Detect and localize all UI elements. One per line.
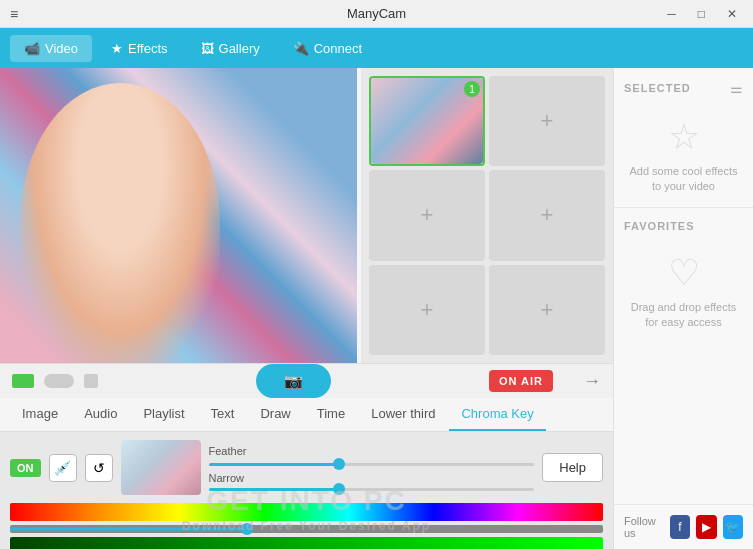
add-source-icon-5: + bbox=[421, 297, 434, 323]
window-controls: ─ □ ✕ bbox=[661, 5, 743, 23]
app-title: ManyCam bbox=[347, 6, 406, 21]
narrow-slider-thumb[interactable] bbox=[333, 483, 345, 495]
heart-icon: ♡ bbox=[668, 252, 700, 294]
selected-section: SELECTED ⚌ ☆ Add some cool effects to yo… bbox=[614, 68, 753, 208]
feather-label: Feather bbox=[209, 445, 535, 457]
nav-label-video: Video bbox=[45, 41, 78, 56]
reset-icon: ↺ bbox=[93, 460, 105, 476]
tab-playlist[interactable]: Playlist bbox=[131, 398, 196, 431]
record-oval-button[interactable] bbox=[44, 374, 74, 388]
source-slot-1[interactable]: 1 bbox=[369, 76, 485, 166]
video-nav-icon: 📹 bbox=[24, 41, 40, 56]
add-source-icon-4: + bbox=[541, 202, 554, 228]
facebook-icon[interactable]: f bbox=[670, 515, 690, 539]
video-preview bbox=[0, 68, 357, 363]
maximize-button[interactable]: □ bbox=[692, 5, 711, 23]
follow-us-row: Follow us f ▶ 🐦 bbox=[614, 505, 753, 549]
rainbow-color-bar[interactable] bbox=[10, 503, 603, 521]
source-slot-2[interactable]: + bbox=[489, 76, 605, 166]
narrow-slider-container bbox=[209, 488, 535, 491]
favorites-section: FAVORITES ♡ Drag and drop effects for ea… bbox=[614, 208, 753, 505]
nav-label-gallery: Gallery bbox=[219, 41, 260, 56]
twitter-icon[interactable]: 🐦 bbox=[723, 515, 743, 539]
minimize-button[interactable]: ─ bbox=[661, 5, 682, 23]
eyedropper-button[interactable]: 💉 bbox=[49, 454, 77, 482]
tab-draw[interactable]: Draw bbox=[248, 398, 302, 431]
nav-item-gallery[interactable]: 🖼 Gallery bbox=[187, 35, 274, 62]
color-bars bbox=[10, 503, 603, 549]
youtube-icon[interactable]: ▶ bbox=[696, 515, 716, 539]
nav-item-video[interactable]: 📹 Video bbox=[10, 35, 92, 62]
titlebar: ≡ ManyCam ─ □ ✕ bbox=[0, 0, 753, 28]
filter-icon[interactable]: ⚌ bbox=[730, 80, 743, 96]
titlebar-left: ≡ bbox=[10, 6, 18, 22]
sources-panel: 1 + + + + + bbox=[361, 68, 613, 363]
close-button[interactable]: ✕ bbox=[721, 5, 743, 23]
source-slot-6[interactable]: + bbox=[489, 265, 605, 355]
record-square-button[interactable] bbox=[84, 374, 98, 388]
tab-image[interactable]: Image bbox=[10, 398, 70, 431]
narrow-slider[interactable] bbox=[209, 488, 535, 491]
nav-item-effects[interactable]: ★ Effects bbox=[97, 35, 182, 62]
gray-bar bbox=[10, 525, 603, 533]
favorites-empty-text: Drag and drop effects for easy access bbox=[624, 300, 743, 331]
nav-label-connect: Connect bbox=[314, 41, 362, 56]
record-button[interactable] bbox=[12, 374, 34, 388]
selected-section-title: SELECTED bbox=[624, 82, 691, 94]
star-icon: ☆ bbox=[668, 116, 700, 158]
effects-nav-icon: ★ bbox=[111, 41, 123, 56]
chroma-on-button[interactable]: ON bbox=[10, 459, 41, 477]
nav-item-connect[interactable]: 🔌 Connect bbox=[279, 35, 376, 62]
follow-us-label: Follow us bbox=[624, 515, 664, 539]
menu-icon[interactable]: ≡ bbox=[10, 6, 18, 22]
chroma-controls: ON 💉 ↺ Fea bbox=[10, 440, 603, 495]
forward-arrow-icon: → bbox=[583, 371, 601, 392]
chroma-key-panel: ON 💉 ↺ Fea bbox=[0, 432, 613, 549]
tab-time[interactable]: Time bbox=[305, 398, 357, 431]
source-slot-3[interactable]: + bbox=[369, 170, 485, 260]
right-panel: SELECTED ⚌ ☆ Add some cool effects to yo… bbox=[613, 68, 753, 549]
feather-slider-container bbox=[209, 463, 535, 466]
source-slot-4[interactable]: + bbox=[489, 170, 605, 260]
camera-button-icon: 📷 bbox=[284, 372, 303, 390]
add-source-icon-2: + bbox=[541, 108, 554, 134]
tabs-row: Image Audio Playlist Text Draw Time Lowe… bbox=[0, 398, 613, 432]
help-button[interactable]: Help bbox=[542, 453, 603, 482]
feather-slider-thumb[interactable] bbox=[333, 458, 345, 470]
tab-audio[interactable]: Audio bbox=[72, 398, 129, 431]
favorites-section-header: FAVORITES bbox=[624, 220, 743, 232]
green-bar[interactable] bbox=[10, 537, 603, 549]
person-silhouette bbox=[20, 83, 220, 363]
favorites-section-title: FAVORITES bbox=[624, 220, 695, 232]
source-slot-5[interactable]: + bbox=[369, 265, 485, 355]
source-slot-number-1: 1 bbox=[464, 81, 480, 97]
chroma-preview-thumbnail bbox=[121, 440, 201, 495]
main-area: 1 + + + + + bbox=[0, 68, 753, 549]
gallery-nav-icon: 🖼 bbox=[201, 41, 214, 56]
tab-chroma-key[interactable]: Chroma Key bbox=[449, 398, 545, 431]
selected-empty-text: Add some cool effects to your video bbox=[624, 164, 743, 195]
navbar: 📹 Video ★ Effects 🖼 Gallery 🔌 Connect bbox=[0, 28, 753, 68]
tab-lower-third[interactable]: Lower third bbox=[359, 398, 447, 431]
video-sources-row: 1 + + + + + bbox=[0, 68, 613, 363]
selected-section-header: SELECTED ⚌ bbox=[624, 80, 743, 96]
eyedropper-icon: 💉 bbox=[54, 460, 71, 476]
reset-button[interactable]: ↺ bbox=[85, 454, 113, 482]
onair-button[interactable]: ON AIR bbox=[489, 370, 553, 392]
chroma-sliders: Feather Narrow bbox=[209, 445, 535, 491]
left-content: 1 + + + + + bbox=[0, 68, 613, 549]
nav-label-effects: Effects bbox=[128, 41, 168, 56]
controls-bar: 📷 ON AIR → bbox=[0, 363, 613, 398]
feather-slider[interactable] bbox=[209, 463, 535, 466]
add-source-icon-6: + bbox=[541, 297, 554, 323]
camera-toggle-button[interactable]: 📷 bbox=[256, 364, 331, 398]
connect-nav-icon: 🔌 bbox=[293, 41, 309, 56]
add-source-icon-3: + bbox=[421, 202, 434, 228]
tab-text[interactable]: Text bbox=[199, 398, 247, 431]
narrow-label: Narrow bbox=[209, 472, 535, 484]
